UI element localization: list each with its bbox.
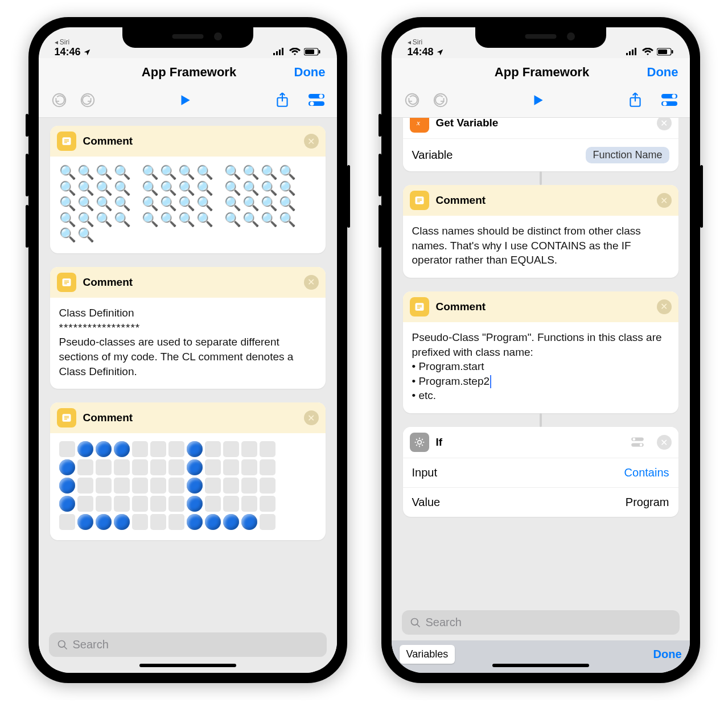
svg-point-11 (319, 94, 323, 98)
nav-bar: App Framework Done (392, 58, 690, 87)
phone-left: ◂ Siri 14:46 App Framework Done (28, 17, 347, 683)
svg-point-51 (417, 441, 421, 445)
svg-point-61 (632, 438, 635, 441)
comment-body[interactable]: Class Definition ***************** Pseud… (50, 298, 326, 389)
status-time: 14:46 (55, 46, 81, 58)
comment-card[interactable]: Comment ✕ 🔍🔍🔍🔍 🔍🔍🔍🔍 🔍🔍🔍🔍 🔍🔍🔍🔍 🔍🔍🔍🔍 🔍🔍🔍🔍 … (50, 126, 326, 253)
redo-button[interactable] (431, 91, 450, 109)
svg-point-13 (310, 102, 314, 106)
share-button[interactable] (626, 91, 644, 109)
redo-button[interactable] (79, 91, 97, 109)
svg-rect-6 (319, 50, 320, 54)
comment-card[interactable]: Comment ✕ (50, 402, 326, 540)
volume-down[interactable] (26, 205, 28, 248)
done-button[interactable]: Done (294, 65, 326, 80)
volume-up[interactable] (26, 154, 28, 196)
svg-rect-33 (658, 50, 667, 54)
settings-toggles-button[interactable] (307, 91, 326, 109)
card-title: Get Variable (436, 118, 650, 129)
comment-card[interactable]: Comment ✕ Class names should be distinct… (403, 185, 678, 278)
volume-down[interactable] (379, 205, 381, 248)
get-variable-card[interactable]: x Get Variable ✕ Variable Function Name (403, 118, 678, 171)
svg-rect-29 (629, 51, 631, 55)
search-icon (57, 639, 68, 651)
siri-back-link[interactable]: ◂ Siri (408, 38, 423, 46)
content-area[interactable]: Comment ✕ 🔍🔍🔍🔍 🔍🔍🔍🔍 🔍🔍🔍🔍 🔍🔍🔍🔍 🔍🔍🔍🔍 🔍🔍🔍🔍 … (39, 118, 337, 629)
svg-rect-31 (635, 48, 636, 55)
svg-line-65 (417, 624, 419, 627)
volume-up[interactable] (379, 154, 381, 196)
screen-left: ◂ Siri 14:46 App Framework Done (39, 27, 337, 673)
if-value-label: Value (412, 496, 441, 509)
variables-chip[interactable]: Variables (400, 645, 455, 664)
close-icon[interactable]: ✕ (657, 118, 672, 130)
list-item: Program.start (418, 360, 484, 372)
card-title: Comment (83, 412, 297, 424)
status-time: 14:48 (408, 46, 434, 58)
svg-rect-30 (632, 50, 634, 55)
screen-right: ◂ Siri 14:48 App Framework Done (392, 27, 690, 673)
if-input-value[interactable]: Contains (624, 466, 669, 479)
nav-bar: App Framework Done (39, 58, 337, 87)
pixel-art (59, 441, 316, 530)
card-title: Comment (436, 301, 650, 313)
notch (475, 27, 606, 48)
siri-back-link[interactable]: ◂ Siri (55, 38, 70, 46)
search-icon (410, 617, 421, 628)
power-button[interactable] (700, 165, 703, 228)
comment-body[interactable] (50, 433, 326, 540)
keyboard-done-button[interactable]: Done (653, 648, 682, 661)
svg-rect-1 (276, 51, 278, 55)
done-button[interactable]: Done (647, 65, 678, 80)
comment-icon (57, 408, 76, 427)
comment-card[interactable]: Comment ✕ Class Definition *************… (50, 267, 326, 389)
power-button[interactable] (347, 165, 350, 228)
if-value-value[interactable]: Program (626, 496, 669, 509)
close-icon[interactable]: ✕ (657, 435, 672, 450)
search-input[interactable]: Search (49, 632, 327, 657)
run-button[interactable] (529, 91, 547, 109)
close-icon[interactable]: ✕ (304, 275, 319, 290)
location-icon (83, 48, 91, 56)
home-indicator[interactable] (492, 664, 589, 667)
svg-rect-34 (672, 50, 673, 54)
if-card[interactable]: If ✕ Input Contains Value Program (403, 427, 678, 517)
options-toggle[interactable] (630, 437, 645, 448)
comment-body[interactable]: 🔍🔍🔍🔍 🔍🔍🔍🔍 🔍🔍🔍🔍 🔍🔍🔍🔍 🔍🔍🔍🔍 🔍🔍🔍🔍 🔍🔍🔍🔍 🔍🔍🔍🔍 … (59, 165, 316, 243)
undo-button[interactable] (50, 91, 68, 109)
mute-switch[interactable] (26, 114, 28, 137)
svg-line-58 (416, 445, 417, 446)
mute-switch[interactable] (379, 114, 381, 137)
close-icon[interactable]: ✕ (304, 410, 319, 425)
card-title: Comment (83, 276, 297, 289)
undo-button[interactable] (403, 91, 421, 109)
svg-rect-0 (273, 53, 275, 55)
wifi-icon (642, 48, 653, 56)
comment-card[interactable]: Comment ✕ Pseudo-Class "Program". Functi… (403, 291, 678, 413)
page-title: App Framework (84, 65, 294, 80)
home-indicator[interactable] (139, 664, 236, 667)
comment-text: Pseudo-Class "Program". Functions in thi… (412, 330, 669, 359)
svg-point-63 (639, 443, 642, 446)
wifi-icon (289, 48, 301, 56)
share-button[interactable] (273, 91, 291, 109)
search-placeholder: Search (73, 638, 109, 651)
close-icon[interactable]: ✕ (657, 193, 672, 208)
comment-body[interactable]: Pseudo-Class "Program". Functions in thi… (403, 322, 678, 413)
connector-line (540, 171, 542, 185)
notch (122, 27, 253, 48)
variable-icon: x (410, 118, 429, 133)
svg-rect-2 (279, 50, 281, 55)
svg-point-39 (672, 94, 676, 98)
settings-toggles-button[interactable] (660, 91, 678, 109)
run-button[interactable] (176, 91, 194, 109)
comment-body[interactable]: Class names should be distinct from othe… (403, 216, 678, 278)
content-area[interactable]: x Get Variable ✕ Variable Function Name (392, 118, 690, 608)
svg-point-26 (58, 640, 65, 647)
toolbar (392, 87, 690, 118)
close-icon[interactable]: ✕ (304, 134, 319, 149)
close-icon[interactable]: ✕ (657, 299, 672, 314)
search-input[interactable]: Search (402, 610, 680, 635)
cellular-icon (273, 48, 286, 56)
variable-value-pill[interactable]: Function Name (586, 147, 669, 163)
